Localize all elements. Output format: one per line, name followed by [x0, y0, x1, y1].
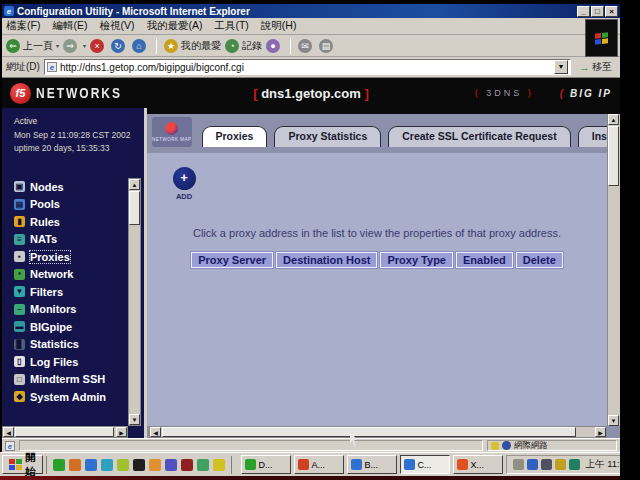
taskbar-window-button-1[interactable]: A...: [294, 455, 344, 474]
maximize-button[interactable]: □: [591, 6, 604, 17]
menu-bar: 檔案(F)編輯(E)檢視(V)我的最愛(A)工具(T)說明(H): [2, 18, 620, 35]
sidebar-item-nats[interactable]: ≡ NATs: [14, 230, 144, 248]
menu-item-2[interactable]: 檢視(V): [99, 19, 134, 33]
scroll-up-icon[interactable]: ▲: [608, 114, 619, 125]
instruction-text: Click a proxy address in the list to vie…: [147, 227, 607, 239]
quick-launch-icon[interactable]: [165, 459, 177, 471]
window-app-icon: [457, 459, 468, 470]
sidebar-item-rules[interactable]: ▮ Rules: [14, 213, 144, 231]
mail-icon: ✉: [298, 39, 312, 53]
refresh-button[interactable]: ↻: [111, 39, 128, 53]
taskbar-window-button-2[interactable]: B...: [347, 455, 397, 474]
tab-proxy-statistics[interactable]: Proxy Statistics: [274, 126, 381, 147]
forward-button[interactable]: ⇒ ▾: [63, 39, 86, 53]
scroll-thumb[interactable]: [162, 427, 576, 437]
favorites-button[interactable]: ★ 我的最愛: [164, 39, 221, 53]
quick-launch-icon[interactable]: [53, 459, 65, 471]
sidebar-item-pools[interactable]: ▤ Pools: [14, 195, 144, 213]
network-map-button[interactable]: NETWORK MAP: [152, 117, 192, 147]
scroll-down-icon[interactable]: ▼: [129, 414, 140, 425]
close-button[interactable]: ×: [605, 6, 618, 17]
menu-item-3[interactable]: 我的最愛(A): [146, 19, 202, 33]
address-dropdown-button[interactable]: ▼: [554, 60, 568, 74]
title-bar[interactable]: e Configuration Utility - Microsoft Inte…: [2, 4, 620, 18]
home-icon: ⌂: [132, 39, 146, 53]
dropdown-caret-icon: ▾: [83, 42, 86, 49]
sidebar-item-bigpipe[interactable]: ▬ BIGpipe: [14, 318, 144, 336]
sidebar-horizontal-scrollbar[interactable]: ◀ ▶: [2, 426, 128, 438]
network-status-icon[interactable]: [569, 459, 580, 470]
quick-launch-icon[interactable]: [101, 459, 113, 471]
taskbar-window-button-3[interactable]: C...: [400, 455, 450, 474]
tab-create-ssl-certificate-request[interactable]: Create SSL Certificate Request: [388, 126, 570, 147]
volume-icon[interactable]: [513, 459, 524, 470]
quick-launch-icon[interactable]: [181, 459, 193, 471]
scroll-down-icon[interactable]: ▼: [608, 415, 619, 426]
add-control[interactable]: + ADD: [169, 167, 199, 201]
scroll-up-icon[interactable]: ▲: [129, 179, 140, 190]
tab-proxies[interactable]: Proxies: [202, 126, 268, 147]
display-icon[interactable]: [541, 459, 552, 470]
menu-item-5[interactable]: 說明(H): [261, 19, 297, 33]
media-button[interactable]: ●: [266, 39, 283, 53]
sidebar-item-system-admin[interactable]: ◆ System Admin: [14, 388, 144, 406]
print-icon: ▤: [319, 39, 333, 53]
history-button[interactable]: ◔ 記錄: [225, 39, 262, 53]
minimize-button[interactable]: _: [577, 6, 590, 17]
task-window-buttons: D... A... B... C... X...: [241, 455, 503, 474]
quick-launch-icon[interactable]: [133, 459, 145, 471]
add-button[interactable]: +: [173, 167, 196, 190]
quick-launch-icon[interactable]: [213, 459, 225, 471]
home-button[interactable]: ⌂: [132, 39, 149, 53]
main-horizontal-scrollbar[interactable]: ◀ ▶: [149, 426, 607, 438]
quick-launch-icon[interactable]: [149, 459, 161, 471]
browser-window: e Configuration Utility - Microsoft Inte…: [2, 4, 620, 452]
3dns-logo: ( 3DNS ): [475, 88, 534, 98]
window-app-icon: [351, 459, 362, 470]
mail-button[interactable]: ✉: [298, 39, 315, 53]
status-timestamp: Mon Sep 2 11:09:28 CST 2002: [14, 129, 144, 143]
start-button[interactable]: 開始: [2, 455, 43, 474]
quick-launch-icon[interactable]: [85, 459, 97, 471]
sidebar-item-nodes[interactable]: ▣ Nodes: [14, 178, 144, 196]
go-button[interactable]: → 移至: [575, 60, 616, 74]
sidebar-item-network[interactable]: * Network: [14, 265, 144, 283]
sidebar-item-monitors[interactable]: ~ Monitors: [14, 300, 144, 318]
sidebar-item-mindterm-ssh[interactable]: □ Mindterm SSH: [14, 370, 144, 388]
scroll-thumb[interactable]: [608, 126, 619, 186]
address-input[interactable]: e http://dns1.getop.com/bigipgui/bigconf…: [44, 59, 571, 75]
table-header-cell: Destination Host: [276, 252, 377, 268]
sidebar-item-log-files[interactable]: ▯ Log Files: [14, 353, 144, 371]
quick-launch-icon[interactable]: [117, 459, 129, 471]
status-uptime: uptime 20 days, 15:35:33: [14, 142, 144, 156]
scroll-left-icon[interactable]: ◀: [3, 427, 14, 437]
menu-item-1[interactable]: 編輯(E): [52, 19, 87, 33]
scroll-right-icon[interactable]: ▶: [595, 427, 606, 437]
scroll-right-icon[interactable]: ▶: [116, 427, 127, 437]
sidebar-vertical-scrollbar[interactable]: ▲ ▼: [128, 178, 141, 426]
window-app-icon: [404, 459, 415, 470]
pools-icon: ▤: [14, 199, 25, 210]
scroll-left-icon[interactable]: ◀: [150, 427, 161, 437]
menu-item-4[interactable]: 工具(T): [214, 19, 248, 33]
print-button[interactable]: ▤: [319, 39, 336, 53]
window-app-icon: [298, 459, 309, 470]
window-title: Configuration Utility - Microsoft Intern…: [17, 6, 574, 17]
back-button[interactable]: ⇐ 上一頁 ▾: [6, 39, 59, 53]
taskbar-window-button-4[interactable]: X...: [453, 455, 503, 474]
sidebar-item-proxies[interactable]: ▪ Proxies: [14, 248, 144, 266]
taskbar-window-button-0[interactable]: D...: [241, 455, 291, 474]
proxy-table-header-row: Proxy ServerDestination HostProxy TypeEn…: [191, 252, 563, 268]
main-vertical-scrollbar[interactable]: ▲ ▼: [607, 114, 620, 426]
message-icon[interactable]: [527, 459, 538, 470]
toolbar-separator: [156, 38, 157, 54]
update-icon[interactable]: [555, 459, 566, 470]
stop-button[interactable]: ×: [90, 39, 107, 53]
scroll-thumb[interactable]: [15, 427, 114, 437]
quick-launch-icon[interactable]: [69, 459, 81, 471]
scroll-thumb[interactable]: [129, 191, 140, 225]
sidebar-item-filters[interactable]: ▼ Filters: [14, 283, 144, 301]
quick-launch-icon[interactable]: [197, 459, 209, 471]
menu-item-0[interactable]: 檔案(F): [6, 19, 40, 33]
sidebar-item-statistics[interactable]: ▊ Statistics: [14, 335, 144, 353]
